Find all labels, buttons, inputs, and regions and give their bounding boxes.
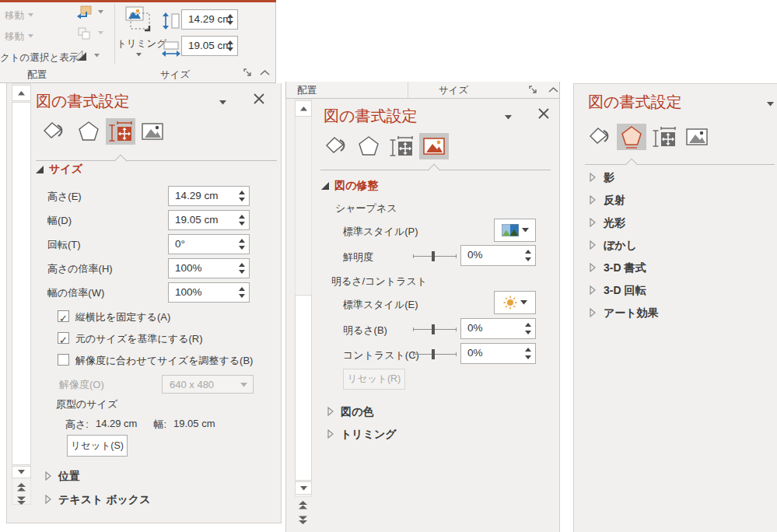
- brightness-slider[interactable]: [413, 329, 457, 330]
- scale-width-spinner[interactable]: [236, 283, 247, 302]
- shape-width-field[interactable]: 19.05 cm: [181, 36, 238, 56]
- contrast-slider[interactable]: [413, 354, 457, 355]
- chevron-down-icon[interactable]: [94, 54, 100, 58]
- tab-fill-line[interactable]: [39, 118, 68, 145]
- pane-options-icon[interactable]: [505, 115, 512, 120]
- tab-picture[interactable]: [419, 133, 449, 159]
- section-collapsed-icon[interactable]: [590, 285, 596, 295]
- align-objects-icon[interactable]: [75, 5, 93, 20]
- scroll-up-button[interactable]: [295, 100, 312, 117]
- scale-height-spinner[interactable]: [236, 259, 247, 278]
- scrollbar-thumb[interactable]: [12, 102, 31, 465]
- send-backward-button[interactable]: 移動: [5, 30, 24, 44]
- tab-picture[interactable]: [138, 118, 167, 145]
- tab-size-properties[interactable]: [387, 133, 416, 159]
- sharpness-field[interactable]: 0%: [460, 245, 536, 266]
- section-header-glow[interactable]: 光彩: [604, 216, 625, 230]
- section-expanded-icon[interactable]: [36, 166, 44, 173]
- tab-effects[interactable]: [354, 133, 383, 159]
- chevron-down-icon[interactable]: [28, 13, 33, 17]
- section-header-crop[interactable]: トリミング: [341, 428, 397, 442]
- shape-height-spinner[interactable]: [225, 10, 236, 29]
- rotate-objects-icon[interactable]: [72, 47, 89, 63]
- close-icon[interactable]: [254, 93, 264, 104]
- tab-fill-line[interactable]: [585, 124, 614, 150]
- section-header-soft-edges[interactable]: ぼかし: [604, 239, 637, 253]
- section-header-reflection[interactable]: 反射: [604, 194, 625, 208]
- section-collapsed-icon[interactable]: [327, 429, 334, 439]
- section-expanded-icon[interactable]: [321, 182, 329, 190]
- height-field[interactable]: 14.29 cm: [168, 186, 250, 206]
- section-collapsed-icon[interactable]: [590, 173, 596, 182]
- pane-options-icon[interactable]: [219, 100, 226, 105]
- height-spinner[interactable]: [236, 187, 247, 205]
- section-header-artistic-effects[interactable]: アート効果: [604, 306, 659, 320]
- scale-height-field[interactable]: 100%: [168, 258, 250, 278]
- pane-options-icon[interactable]: [767, 102, 774, 107]
- section-header-size[interactable]: サイズ: [49, 163, 82, 177]
- width-field[interactable]: 19.05 cm: [168, 210, 250, 230]
- contrast-field[interactable]: 0%: [460, 343, 536, 364]
- section-header-picture-color[interactable]: 図の色: [341, 405, 373, 419]
- sharpness-spinner[interactable]: [523, 246, 534, 265]
- shape-height-field[interactable]: 14.29 cm: [181, 9, 238, 30]
- section-collapsed-icon[interactable]: [590, 308, 596, 317]
- section-header-picture-corrections[interactable]: 図の修整: [334, 179, 378, 193]
- section-collapsed-icon[interactable]: [45, 495, 51, 504]
- rotation-field[interactable]: 0°: [168, 234, 250, 254]
- dialog-launcher-icon[interactable]: [243, 68, 252, 77]
- brightness-spinner[interactable]: [523, 319, 534, 338]
- bring-forward-button[interactable]: 移動: [5, 9, 24, 23]
- lock-aspect-ratio-checkbox[interactable]: ✓: [58, 310, 69, 322]
- page-down-icon[interactable]: [16, 495, 26, 505]
- section-header-3d-rotation[interactable]: 3-D 回転: [604, 284, 646, 298]
- slider-thumb[interactable]: [432, 324, 435, 334]
- page-down-icon[interactable]: [298, 515, 308, 524]
- chevron-down-icon[interactable]: [136, 53, 142, 57]
- slider-thumb[interactable]: [432, 349, 435, 359]
- section-collapsed-icon[interactable]: [590, 240, 596, 250]
- chevron-down-icon[interactable]: [28, 34, 33, 38]
- tab-effects[interactable]: [74, 118, 103, 145]
- tab-size-properties[interactable]: [649, 124, 679, 150]
- section-collapsed-icon[interactable]: [327, 407, 334, 416]
- scroll-down-button[interactable]: [12, 466, 31, 478]
- section-header-shadow[interactable]: 影: [604, 171, 614, 185]
- section-header-textbox[interactable]: テキスト ボックス: [58, 493, 151, 507]
- section-collapsed-icon[interactable]: [590, 195, 596, 205]
- brightness-presets-dropdown[interactable]: [494, 291, 536, 314]
- shape-width-spinner[interactable]: [225, 37, 236, 55]
- scroll-down-button[interactable]: [295, 481, 312, 495]
- collapse-ribbon-icon[interactable]: [260, 69, 270, 76]
- sharpness-presets-dropdown[interactable]: [494, 219, 536, 242]
- crop-icon[interactable]: [123, 4, 152, 33]
- crop-button[interactable]: トリミング: [117, 37, 160, 51]
- chevron-down-icon[interactable]: [98, 10, 103, 14]
- tab-size-properties[interactable]: [106, 118, 135, 145]
- reset-size-button[interactable]: リセット(S): [67, 435, 128, 457]
- sharpness-slider[interactable]: [413, 256, 457, 257]
- scroll-up-button[interactable]: [12, 85, 31, 101]
- width-spinner[interactable]: [236, 211, 247, 229]
- section-collapsed-icon[interactable]: [590, 218, 596, 227]
- rotation-spinner[interactable]: [236, 235, 247, 254]
- dialog-launcher-icon[interactable]: [529, 86, 537, 94]
- page-up-icon[interactable]: [298, 501, 308, 510]
- selection-pane-button[interactable]: クトの選択と表示: [0, 51, 79, 65]
- section-collapsed-icon[interactable]: [45, 471, 51, 481]
- collapse-ribbon-icon[interactable]: [548, 86, 558, 93]
- scale-width-field[interactable]: 100%: [168, 282, 250, 303]
- contrast-spinner[interactable]: [523, 344, 534, 363]
- close-icon[interactable]: [538, 108, 549, 119]
- slider-thumb[interactable]: [432, 251, 435, 261]
- page-up-icon[interactable]: [16, 483, 26, 492]
- section-collapsed-icon[interactable]: [590, 263, 596, 272]
- scrollbar-thumb[interactable]: [295, 295, 312, 481]
- tab-effects[interactable]: [617, 124, 646, 150]
- best-scale-checkbox[interactable]: ✓: [58, 354, 69, 366]
- tab-fill-line[interactable]: [321, 133, 351, 159]
- brightness-field[interactable]: 0%: [460, 318, 536, 339]
- relative-original-size-checkbox[interactable]: ✓: [58, 332, 69, 344]
- section-header-position[interactable]: 位置: [58, 470, 80, 484]
- section-header-3d-format[interactable]: 3-D 書式: [604, 261, 646, 275]
